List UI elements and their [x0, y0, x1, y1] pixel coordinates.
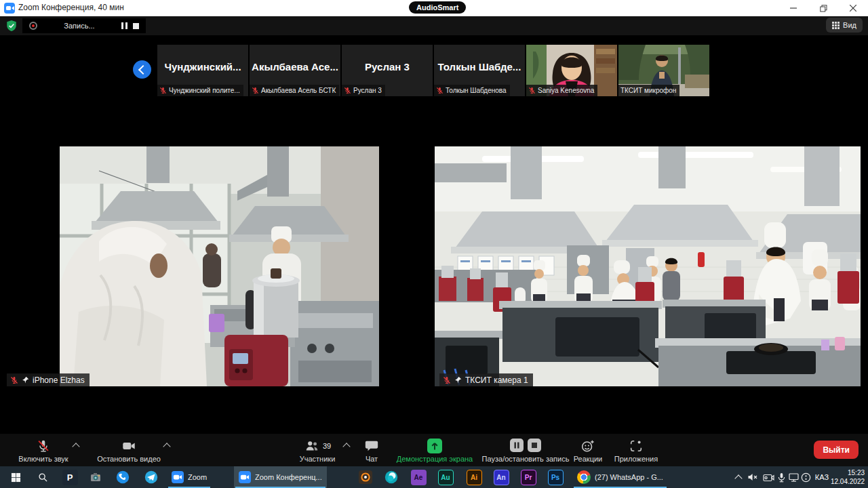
chrome-icon [577, 470, 591, 484]
taskbar-after-effects-button[interactable]: Ae [407, 466, 430, 488]
participant-label: Толкын Шабденова [434, 85, 510, 96]
video-participant-name: iPhone Elzhas [33, 375, 85, 385]
taskbar-premiere-button[interactable]: Pr [517, 466, 540, 488]
tray-camera-icon [763, 473, 774, 482]
tray-hidden-icons-button[interactable] [731, 466, 746, 488]
screen-recorder-icon [359, 470, 372, 484]
window-titlebar: Zoom Конференция, 40 мин AudioSmart [0, 0, 868, 16]
windows-taskbar: P Zoom Zo [0, 466, 868, 488]
chevron-up-icon[interactable] [72, 443, 79, 450]
tray-clock-button[interactable]: 15:23 12.04.2022 [830, 466, 865, 488]
taskbar-whatsapp-window-button[interactable]: (27) WhatsApp - G... [572, 466, 668, 488]
participant-name: Руслан 3 [342, 61, 433, 73]
taskbar-round-app-button[interactable] [380, 466, 403, 488]
premiere-icon: Pr [521, 470, 536, 485]
zoom-app-icon [172, 471, 184, 483]
close-button[interactable] [838, 0, 868, 16]
participant-name: Акылбаева Асе... [250, 61, 340, 73]
start-button[interactable] [4, 466, 27, 488]
phone-app-icon [116, 470, 130, 484]
stop-recording-icon[interactable] [133, 23, 139, 29]
animate-icon: An [494, 470, 509, 485]
chat-icon [364, 439, 379, 453]
audiosmart-badge: AudioSmart [409, 1, 466, 14]
video-tile-right[interactable] [435, 146, 861, 386]
zoom-logo-icon [4, 3, 15, 14]
taskbar-photo-app-button[interactable] [84, 466, 107, 488]
participant-thumbnail[interactable]: Saniya Kenesovna [526, 45, 617, 96]
pin-icon [454, 376, 462, 384]
illustrator-icon: Ai [467, 470, 482, 485]
participant-thumbnail[interactable]: Толкын Шабде... Толкын Шабденова [434, 45, 525, 96]
participant-thumbnail[interactable]: Акылбаева Асе... Акылбаева Асель БСТК [250, 45, 340, 96]
muted-mic-icon [436, 87, 443, 94]
participant-label: ТКСИТ микрофон [618, 85, 679, 96]
encryption-shield-icon[interactable] [5, 20, 18, 32]
telegram-icon [144, 470, 158, 484]
minimize-button[interactable] [778, 0, 808, 16]
camera-app-icon [90, 472, 102, 483]
taskbar-photoshop-button[interactable]: Ps [544, 466, 567, 488]
taskbar-animate-button[interactable]: An [490, 466, 513, 488]
taskbar-audition-button[interactable]: Au [434, 466, 457, 488]
photoshop-icon: Ps [548, 470, 564, 485]
stop-recording-icon[interactable] [528, 439, 541, 452]
recording-label: Запись... [43, 22, 116, 30]
chevron-left-icon [138, 64, 148, 74]
chevron-up-icon[interactable] [163, 443, 170, 450]
participants-icon [304, 439, 320, 453]
tray-microphone-icon [778, 472, 785, 483]
close-icon [850, 5, 856, 12]
pin-icon [22, 376, 29, 384]
p-app-icon: P [62, 470, 78, 485]
pause-recording-icon[interactable] [121, 22, 127, 29]
apps-button[interactable]: Приложения [609, 434, 663, 466]
participant-thumbnail[interactable]: Чунджинский... Чунджинский полите... [157, 45, 248, 96]
window-title: Zoom Конференция, 40 мин [18, 3, 124, 12]
restore-button[interactable] [808, 0, 838, 16]
taskbar-zoom-window-button[interactable]: Zoom Конференц... [234, 466, 327, 488]
chat-button[interactable]: Чат [353, 434, 391, 466]
search-icon [38, 472, 48, 483]
tray-volume-button[interactable] [745, 466, 761, 488]
leave-meeting-button[interactable]: Выйти [814, 441, 859, 459]
muted-mic-icon [344, 87, 351, 94]
video-participant-name: ТКСИТ камера 1 [465, 375, 528, 385]
audiosmart-tray-icon [801, 472, 811, 483]
share-screen-icon [427, 439, 442, 453]
taskbar-p-app-button[interactable]: P [58, 466, 81, 488]
participant-name: Чунджинский... [157, 61, 248, 73]
participants-button[interactable]: 39 Участники [287, 434, 348, 466]
chevron-up-icon[interactable] [342, 443, 350, 450]
taskbar-phone-app-button[interactable] [111, 466, 134, 488]
language-indicator: КАЗ [815, 473, 829, 481]
taskbar-telegram-button[interactable] [140, 466, 163, 488]
participants-count: 39 [323, 442, 331, 450]
scroll-thumbnails-left-button[interactable] [133, 60, 151, 79]
kitchen-video-right [435, 146, 861, 386]
restore-icon [820, 5, 827, 12]
unmute-button[interactable]: Включить звук [4, 434, 83, 466]
pause-recording-icon[interactable] [510, 439, 524, 452]
participant-thumbnail-active-speaker[interactable]: ТКСИТ микрофон [618, 45, 709, 96]
taskbar-search-button[interactable] [31, 466, 54, 488]
kitchen-video-left [60, 146, 379, 386]
round-app-icon [384, 470, 398, 484]
participant-label: Saniya Kenesovna [526, 85, 597, 96]
participant-label: Чунджинский полите... [157, 85, 243, 96]
taskbar-recorder-button[interactable] [354, 466, 377, 488]
video-name-tag: ТКСИТ камера 1 [439, 373, 533, 386]
taskbar-zoom-pinned-button[interactable]: Zoom [167, 466, 212, 488]
windows-logo-icon [11, 472, 21, 483]
participant-label: Акылбаева Асель БСТК [250, 85, 339, 96]
stop-video-button[interactable]: Остановить видео [85, 434, 172, 466]
view-button[interactable]: Вид [826, 18, 863, 33]
audition-icon: Au [438, 470, 454, 485]
video-name-tag: iPhone Elzhas [7, 373, 90, 386]
reactions-button[interactable]: Реакции [568, 434, 608, 466]
share-screen-button[interactable]: Демонстрация экрана [392, 434, 477, 466]
taskbar-illustrator-button[interactable]: Ai [462, 466, 486, 488]
video-tile-left[interactable] [60, 146, 379, 386]
participant-thumbnail[interactable]: Руслан 3 Руслан 3 [342, 45, 433, 96]
pause-stop-recording-button[interactable]: Пауза/остановить запись [476, 434, 575, 466]
